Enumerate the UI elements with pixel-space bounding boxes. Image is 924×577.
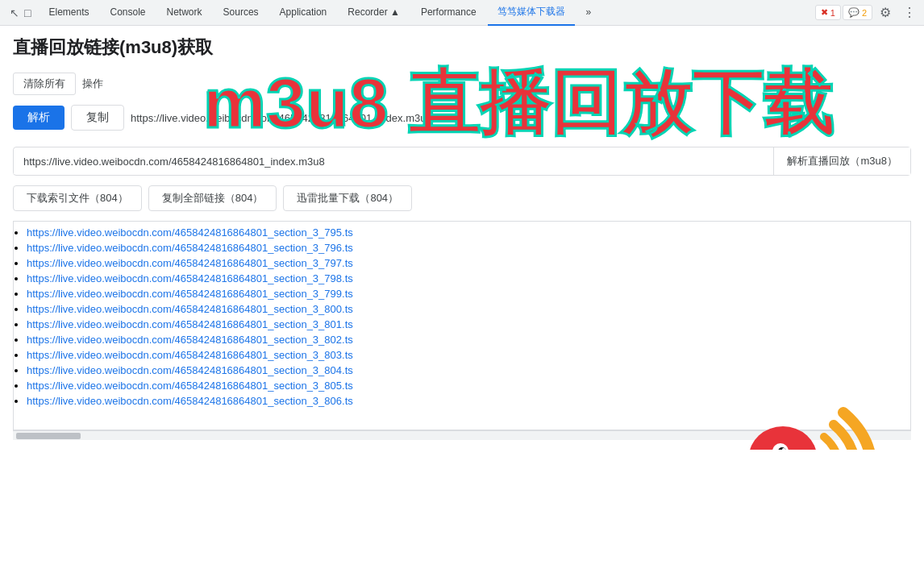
list-item: https://live.video.weibocdn.com/46584248… — [27, 240, 897, 255]
tab-console[interactable]: Console — [101, 0, 156, 26]
tab-recorder[interactable]: Recorder ▲ — [338, 0, 410, 26]
link-item[interactable]: https://live.video.weibocdn.com/46584248… — [27, 395, 353, 407]
tab-network[interactable]: Network — [157, 0, 212, 26]
clear-all-button[interactable]: 清除所有 — [13, 73, 76, 95]
list-item: https://live.video.weibocdn.com/46584248… — [27, 286, 897, 301]
list-item: https://live.video.weibocdn.com/46584248… — [27, 393, 897, 409]
list-item: https://live.video.weibocdn.com/46584248… — [27, 225, 897, 240]
current-url-display: https://live.video.weibocdn.com/46584248… — [131, 112, 432, 124]
list-item: https://live.video.weibocdn.com/46584248… — [27, 271, 897, 286]
error-count: 1 — [830, 8, 835, 18]
settings-button[interactable]: ⚙ — [874, 2, 897, 24]
plugin-panel: 直播回放链接(m3u8)获取 m3u8 直播回放下载 清除所有 操作 解析 复制… — [0, 26, 924, 450]
link-item[interactable]: https://live.video.weibocdn.com/46584248… — [27, 364, 353, 376]
more-options-button[interactable]: ⋮ — [898, 2, 921, 24]
operation-label: 操作 — [82, 77, 103, 91]
page-title: 直播回放链接(m3u8)获取 — [13, 35, 911, 60]
devtools-toolbar: ↖ □ Elements Console Network Sources App… — [0, 0, 924, 26]
xunlei-batch-download-button[interactable]: 迅雷批量下载（804） — [283, 185, 412, 211]
link-item[interactable]: https://live.video.weibocdn.com/46584248… — [27, 288, 353, 300]
link-item[interactable]: https://live.video.weibocdn.com/46584248… — [27, 257, 353, 269]
copy-button[interactable]: 复制 — [71, 105, 124, 131]
tab-elements[interactable]: Elements — [39, 0, 98, 26]
copy-all-links-button[interactable]: 复制全部链接（804） — [148, 185, 277, 211]
link-item[interactable]: https://live.video.weibocdn.com/46584248… — [27, 226, 353, 239]
list-item: https://live.video.weibocdn.com/46584248… — [27, 347, 897, 363]
list-item: https://live.video.weibocdn.com/46584248… — [27, 301, 897, 317]
list-item: https://live.video.weibocdn.com/46584248… — [27, 332, 897, 347]
parse-replay-button[interactable]: 解析直播回放（m3u8） — [773, 147, 910, 175]
search-bar: 解析直播回放（m3u8） — [13, 147, 911, 176]
main-content-wrapper: 直播回放链接(m3u8)获取 m3u8 直播回放下载 清除所有 操作 解析 复制… — [0, 26, 924, 450]
device-icon[interactable]: □ — [24, 6, 31, 19]
link-item[interactable]: https://live.video.weibocdn.com/46584248… — [27, 349, 353, 361]
warn-count: 2 — [862, 8, 867, 18]
top-controls: 清除所有 操作 — [13, 73, 911, 95]
tab-more[interactable]: » — [576, 0, 601, 26]
tab-performance[interactable]: Performance — [411, 0, 486, 26]
tab-dudu-downloader[interactable]: 笃笃媒体下载器 — [488, 0, 575, 26]
analyze-button[interactable]: 解析 — [13, 106, 65, 130]
devtools-right-controls: ✖ 1 💬 2 ⚙ ⋮ — [815, 2, 921, 24]
url-row: 解析 复制 https://live.video.weibocdn.com/46… — [13, 105, 911, 131]
download-index-button[interactable]: 下载索引文件（804） — [13, 185, 142, 211]
m3u8-url-input[interactable] — [14, 149, 773, 174]
link-item[interactable]: https://live.video.weibocdn.com/46584248… — [27, 380, 353, 392]
horizontal-scrollbar[interactable] — [13, 430, 911, 440]
list-item: https://live.video.weibocdn.com/46584248… — [27, 378, 897, 393]
link-item[interactable]: https://live.video.weibocdn.com/46584248… — [27, 303, 353, 315]
tab-application[interactable]: Application — [270, 0, 337, 26]
list-item: https://live.video.weibocdn.com/46584248… — [27, 255, 897, 271]
link-item[interactable]: https://live.video.weibocdn.com/46584248… — [27, 318, 353, 330]
devtools-icons: ↖ □ — [3, 6, 37, 19]
error-badge[interactable]: ✖ 1 — [815, 5, 841, 20]
warn-badge[interactable]: 💬 2 — [843, 5, 872, 20]
link-item[interactable]: https://live.video.weibocdn.com/46584248… — [27, 242, 353, 254]
cursor-icon[interactable]: ↖ — [10, 6, 19, 19]
tab-sources[interactable]: Sources — [214, 0, 268, 26]
horizontal-scrollbar-thumb — [16, 433, 81, 439]
list-item: https://live.video.weibocdn.com/46584248… — [27, 317, 897, 332]
error-icon: ✖ — [821, 7, 828, 18]
warn-icon: 💬 — [848, 7, 859, 18]
links-list: https://live.video.weibocdn.com/46584248… — [14, 222, 910, 412]
link-item[interactable]: https://live.video.weibocdn.com/46584248… — [27, 272, 353, 284]
list-item: https://live.video.weibocdn.com/46584248… — [27, 363, 897, 378]
link-item[interactable]: https://live.video.weibocdn.com/46584248… — [27, 334, 353, 346]
links-container[interactable]: https://live.video.weibocdn.com/46584248… — [13, 221, 911, 430]
action-buttons-row: 下载索引文件（804） 复制全部链接（804） 迅雷批量下载（804） — [13, 185, 911, 211]
